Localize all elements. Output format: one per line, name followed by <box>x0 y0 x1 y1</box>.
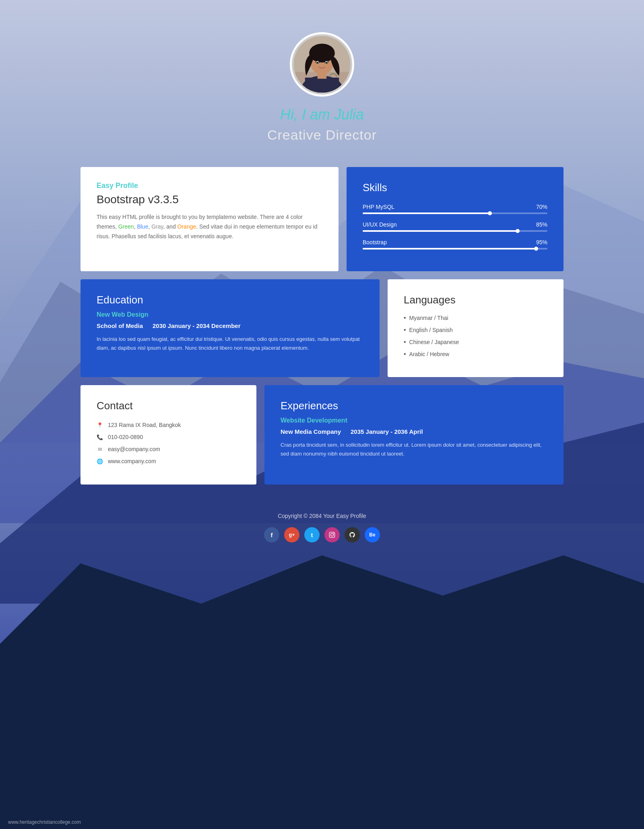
github-icon[interactable] <box>345 527 360 542</box>
skill-uiux-name: UI/UX Design <box>363 221 397 228</box>
footer-url: www.heritagechristiancollege.com <box>8 819 81 825</box>
svg-point-22 <box>333 533 334 534</box>
color-blue: Blue <box>137 223 148 230</box>
footer: Copyright © 2084 Your Easy Profile f g+ … <box>0 493 644 559</box>
education-title: Education <box>97 294 363 306</box>
exp-body: Cras porta tincidunt sem, in sollicitudi… <box>281 441 547 458</box>
avatar <box>290 32 354 97</box>
skills-card: Skills PHP MySQL 70% UI/UX Design 85% <box>347 167 564 271</box>
svg-point-21 <box>331 534 334 536</box>
footer-copyright: Copyright © 2084 Your Easy Profile <box>0 513 644 519</box>
contact-website: www.company.com <box>108 458 156 464</box>
skill-uiux: UI/UX Design 85% <box>363 221 547 232</box>
easy-profile-card: Easy Profile Bootstrap v3.3.5 This easy … <box>80 167 339 271</box>
easy-profile-text: This easy HTML profile is brought to you… <box>97 212 322 241</box>
web-icon: 🌐 <box>97 458 103 464</box>
instagram-icon[interactable] <box>324 527 340 542</box>
language-item-4: Arabic / Hebrew <box>404 351 547 358</box>
skill-php-bar-fill <box>363 212 492 214</box>
skills-title: Skills <box>363 181 547 194</box>
skill-uiux-bar-fill <box>363 230 520 232</box>
contact-website-item: 🌐 www.company.com <box>97 458 240 464</box>
education-card: Education New Web Design School of Media… <box>80 279 380 377</box>
contact-address-item: 📍 123 Rama IX Road, Bangkok <box>97 422 240 428</box>
skill-php-percent: 70% <box>536 204 547 210</box>
languages-title: Languages <box>404 294 547 306</box>
contact-card: Contact 📍 123 Rama IX Road, Bangkok 📞 01… <box>80 385 256 485</box>
education-school: School of Media <box>97 322 143 329</box>
svg-marker-5 <box>0 555 644 829</box>
title-text: Creative Director <box>267 127 377 143</box>
skill-uiux-percent: 85% <box>536 221 547 228</box>
svg-point-19 <box>326 62 327 63</box>
skill-php-bar-bg <box>363 212 547 214</box>
education-subtitle: New Web Design <box>97 311 363 318</box>
phone-icon: 📞 <box>97 434 103 440</box>
contact-phone-item: 📞 010-020-0890 <box>97 434 240 440</box>
easy-profile-tag: Easy Profile <box>97 181 322 190</box>
svg-rect-20 <box>329 532 334 537</box>
skill-bootstrap-name: Bootstrap <box>363 239 387 245</box>
contact-address: 123 Rama IX Road, Bangkok <box>108 422 181 428</box>
behance-icon[interactable]: Be <box>365 527 380 542</box>
skill-bootstrap: Bootstrap 95% <box>363 239 547 250</box>
exp-title: Experiences <box>281 400 547 412</box>
easy-profile-title: Bootstrap v3.3.5 <box>97 193 322 206</box>
skill-bootstrap-bar-fill <box>363 248 538 250</box>
skill-php-name: PHP MySQL <box>363 204 394 210</box>
contact-email: easy@company.com <box>108 446 160 452</box>
exp-company: New Media Company <box>281 428 341 435</box>
color-green: Green <box>118 223 134 230</box>
color-gray: Gray <box>151 223 163 230</box>
languages-card: Languages Myanmar / Thai English / Spani… <box>388 279 564 377</box>
greeting-text: Hi, I am Julia <box>280 106 364 123</box>
skill-bootstrap-bar-bg <box>363 248 547 250</box>
language-item-2: English / Spanish <box>404 326 547 334</box>
exp-meta: New Media Company 2035 January - 2036 Ap… <box>281 428 547 435</box>
svg-point-18 <box>317 62 318 63</box>
contact-email-item: ✉ easy@company.com <box>97 446 240 452</box>
language-list: Myanmar / Thai English / Spanish Chinese… <box>404 314 547 358</box>
experiences-card: Experiences Website Development New Medi… <box>264 385 564 485</box>
email-icon: ✉ <box>97 446 103 452</box>
svg-rect-10 <box>305 78 339 97</box>
twitter-icon[interactable]: t <box>304 527 320 542</box>
language-item-1: Myanmar / Thai <box>404 314 547 322</box>
google-icon[interactable]: g+ <box>284 527 299 542</box>
language-item-3: Chinese / Japanese <box>404 338 547 346</box>
color-orange: Orange <box>178 223 196 230</box>
exp-dates: 2035 January - 2036 April <box>351 428 423 435</box>
education-body: In lacinia loo sed quam feugiat, ac effi… <box>97 335 363 353</box>
education-meta: School of Media 2030 January - 2034 Dece… <box>97 322 363 329</box>
social-icons: f g+ t Be <box>0 527 644 542</box>
exp-subtitle: Website Development <box>281 417 547 424</box>
education-dates: 2030 January - 2034 December <box>153 322 240 329</box>
skill-uiux-bar-bg <box>363 230 547 232</box>
location-icon: 📍 <box>97 422 103 428</box>
facebook-icon[interactable]: f <box>264 527 279 542</box>
skill-bootstrap-percent: 95% <box>536 239 547 245</box>
contact-phone: 010-020-0890 <box>108 434 143 440</box>
skill-php: PHP MySQL 70% <box>363 204 547 214</box>
contact-title: Contact <box>97 400 240 412</box>
